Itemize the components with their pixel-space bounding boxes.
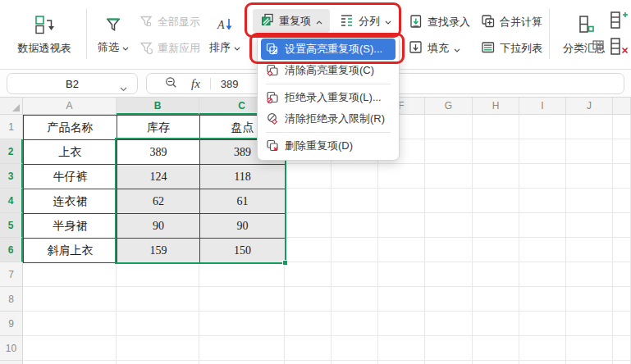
cell[interactable] [425,213,473,238]
cell[interactable] [285,164,332,189]
delete-table-x-icon[interactable] [610,37,631,60]
cell[interactable] [613,312,631,336]
consolidate-button[interactable]: 合并计算 [480,11,542,34]
cell[interactable] [332,213,378,238]
cell[interactable] [378,312,425,336]
cell[interactable] [332,361,378,364]
cell[interactable] [378,164,425,189]
cell[interactable] [473,262,519,287]
cell[interactable] [199,336,285,361]
cell[interactable] [199,361,285,364]
reapply-button[interactable]: 重新应用 [139,37,200,60]
table-cell-B1[interactable]: 库存 [117,116,200,140]
cell[interactable] [425,312,473,336]
cell[interactable] [566,312,613,336]
table-cell-A6[interactable]: 斜肩上衣 [24,239,117,263]
chevron-down-icon[interactable] [120,82,127,94]
cell[interactable] [425,164,473,189]
zoom-out-icon[interactable] [165,76,178,92]
cell[interactable] [23,336,117,361]
cell[interactable] [566,361,613,364]
cell[interactable] [378,336,425,361]
table-cell-B5[interactable]: 90 [117,214,200,239]
cell[interactable] [519,361,566,364]
row-header-9[interactable]: 9 [0,312,23,336]
cell[interactable] [566,189,613,213]
cell[interactable] [519,115,566,139]
cell[interactable] [613,189,631,213]
cell[interactable] [425,189,473,213]
cell[interactable] [23,287,117,312]
cell[interactable] [425,287,473,312]
cell[interactable] [285,361,332,364]
cell[interactable] [117,336,199,361]
sort-button[interactable]: A 排序 [203,5,246,64]
cell[interactable] [473,287,519,312]
cell[interactable] [332,189,378,213]
show-all-button[interactable]: 全部显示 [139,11,200,34]
cell[interactable] [199,312,285,336]
column-header-partial[interactable] [613,98,631,115]
cell[interactable] [425,262,473,287]
row-header-2[interactable]: 2 [0,139,23,164]
small-grid-icon[interactable] [592,39,605,54]
cell[interactable] [519,164,566,189]
table-cell-A1[interactable]: 产品名称 [24,116,117,140]
column-header-A[interactable]: A [23,98,117,115]
cell[interactable] [566,287,613,312]
row-header-6[interactable]: 6 [0,238,23,262]
cell[interactable] [519,213,566,238]
fill-button[interactable]: 填充 [408,37,460,60]
cell[interactable] [473,189,519,213]
cell[interactable] [332,312,378,336]
filter-button[interactable]: 筛选 [90,5,136,64]
cell[interactable] [613,213,631,238]
table-cell-B6[interactable]: 159 [117,239,200,263]
cell[interactable] [425,238,473,262]
cell[interactable] [425,115,473,139]
menu-item-clear-highlight-duplicates[interactable]: 清除高亮重复项(C) [261,60,396,81]
table-cell-C5[interactable]: 90 [200,214,286,239]
cell[interactable] [285,213,332,238]
cell[interactable] [378,189,425,213]
cell[interactable] [285,238,332,262]
cell[interactable] [473,164,519,189]
cell[interactable] [613,238,631,262]
row-header-3[interactable]: 3 [0,164,23,189]
insert-table-plus-icon[interactable] [610,11,631,34]
column-header-H[interactable]: H [473,98,519,115]
menu-item-reject-duplicate-entry[interactable]: 拒绝录入重复项(L)... [261,87,396,108]
cell[interactable] [425,361,473,364]
cell[interactable] [378,287,425,312]
row-header-8[interactable]: 8 [0,287,23,312]
menu-item-set-highlight-duplicates[interactable]: 设置高亮重复项(S)... [261,39,396,60]
row-header-4[interactable]: 4 [0,189,23,213]
cell[interactable] [23,312,117,336]
cell[interactable] [566,262,613,287]
cell[interactable] [285,287,332,312]
cell[interactable] [613,361,631,364]
cell[interactable] [566,139,613,164]
select-all-corner[interactable] [0,98,23,115]
name-box[interactable]: B2 [7,73,138,94]
cell[interactable] [199,287,285,312]
cell[interactable] [519,336,566,361]
cell[interactable] [285,312,332,336]
row-header-5[interactable]: 5 [0,213,23,238]
cell[interactable] [425,336,473,361]
row-header-1[interactable]: 1 [0,115,23,139]
fx-icon[interactable]: fx [191,77,200,91]
cell[interactable] [613,262,631,287]
table-cell-B4[interactable]: 62 [117,189,200,214]
cell[interactable] [566,115,613,139]
cell[interactable] [473,312,519,336]
cell[interactable] [613,287,631,312]
cell[interactable] [332,164,378,189]
cell[interactable] [613,336,631,361]
cell[interactable] [519,262,566,287]
cell[interactable] [473,139,519,164]
row-header-partial[interactable] [0,361,23,364]
cell[interactable] [613,115,631,139]
cell[interactable] [473,336,519,361]
table-cell-C4[interactable]: 61 [200,189,286,214]
